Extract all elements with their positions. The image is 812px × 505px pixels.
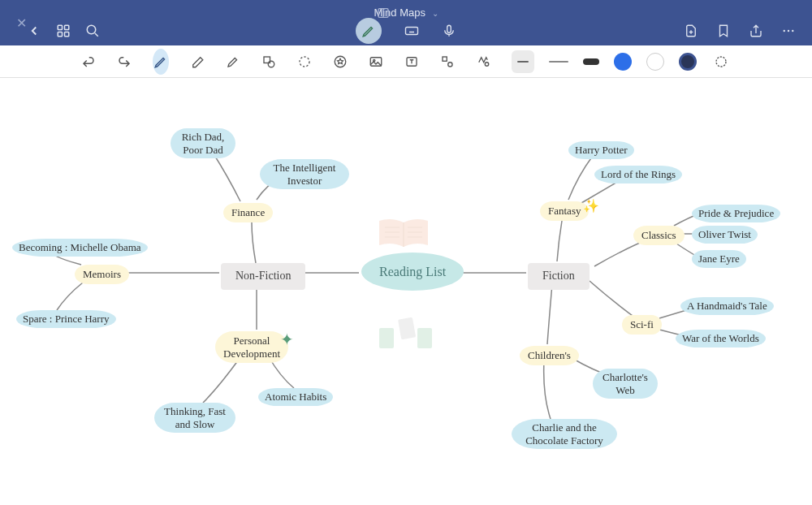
node-label: Memoirs (83, 268, 121, 280)
stroke-weight-selector[interactable] (512, 50, 534, 73)
node-label: Atomic Habits (265, 391, 326, 403)
leaf-spare[interactable]: Spare : Prince Harry (16, 310, 116, 328)
branch-fiction[interactable]: Fiction (528, 263, 590, 290)
eraser-icon[interactable] (190, 52, 205, 71)
connectors (0, 78, 812, 505)
node-label: Rich Dad, Poor Dad (182, 131, 225, 156)
node-label: Personal Development (223, 335, 280, 360)
node-label: Fantasy (548, 205, 581, 217)
microphone-icon[interactable] (442, 24, 456, 38)
grid-icon[interactable] (56, 24, 71, 38)
svg-point-20 (485, 62, 489, 66)
node-childrens[interactable]: Children's (520, 346, 579, 365)
leaf-becoming[interactable]: Becoming : Michelle Obama (12, 239, 148, 257)
root-label: Reading List (379, 265, 446, 278)
branch-nonfiction[interactable]: Non-Fiction (221, 263, 305, 290)
node-label: Sci-fi (630, 318, 654, 330)
node-label: Thinking, Fast and Slow (164, 405, 226, 430)
node-label: Classics (641, 229, 676, 241)
node-label: Oliver Twist (698, 228, 751, 240)
share-icon[interactable] (749, 24, 763, 38)
node-fantasy[interactable]: Fantasy (540, 201, 589, 221)
stroke-thin[interactable] (549, 61, 568, 63)
leaf-charlie[interactable]: Charlie and the Chocolate Factory (512, 419, 617, 449)
leaf-rich-dad[interactable]: Rich Dad, Poor Dad (171, 128, 235, 158)
svg-rect-1 (58, 25, 62, 29)
svg-point-21 (716, 57, 726, 67)
node-label: Children's (528, 349, 571, 361)
leaf-pride[interactable]: Pride & Prejudice (692, 205, 780, 222)
svg-point-13 (300, 57, 309, 67)
sparkle-icon: ✨ (583, 198, 599, 214)
node-label: Harry Potter (575, 144, 628, 156)
mindmap-canvas[interactable]: Reading List Non-Fiction Fiction Finance… (0, 78, 812, 505)
svg-rect-4 (65, 32, 69, 37)
leaf-oliver[interactable]: Oliver Twist (692, 226, 758, 244)
leaf-handmaid[interactable]: A Handmaid's Tale (680, 297, 774, 315)
leaf-thinking[interactable]: Thinking, Fast and Slow (154, 403, 235, 433)
svg-point-9 (788, 30, 789, 32)
svg-rect-3 (58, 32, 62, 37)
redo-icon[interactable] (117, 52, 132, 71)
node-label: Charlotte's Web (603, 371, 648, 396)
node-scifi[interactable]: Sci-fi (622, 315, 662, 335)
image-icon[interactable] (369, 52, 383, 71)
undo-icon[interactable] (81, 52, 96, 71)
shape-tool-icon[interactable] (261, 52, 276, 71)
svg-point-8 (784, 30, 785, 32)
node-label: A Handmaid's Tale (687, 300, 767, 312)
leaf-charlotte[interactable]: Charlotte's Web (593, 369, 658, 399)
keyboard-icon[interactable] (404, 24, 419, 38)
tape-icon[interactable] (476, 52, 490, 71)
text-icon[interactable] (404, 52, 419, 71)
color-navy-selected[interactable] (679, 53, 697, 71)
toolbar-right (512, 50, 731, 73)
node-classics[interactable]: Classics (633, 226, 685, 245)
node-label: Pride & Prejudice (698, 207, 774, 219)
leaf-lotr[interactable]: Lord of the Rings (594, 166, 682, 183)
leaf-jane[interactable]: Jane Eyre (692, 250, 746, 268)
search-icon[interactable] (85, 24, 100, 38)
leaf-wotw[interactable]: War of the Worlds (676, 330, 766, 347)
svg-point-12 (268, 61, 274, 67)
draw-mode-icon[interactable] (356, 18, 382, 44)
node-label: Becoming : Michelle Obama (19, 241, 141, 253)
node-label: Lord of the Rings (601, 168, 676, 180)
elements-icon[interactable] (440, 52, 455, 71)
favorite-tool-icon[interactable] (333, 52, 348, 71)
stroke-thick[interactable] (583, 58, 599, 65)
node-label: Jane Eyre (698, 252, 740, 265)
close-icon[interactable]: ✕ (16, 15, 27, 31)
leaf-harry-potter[interactable]: Harry Potter (568, 141, 634, 159)
more-icon[interactable] (781, 24, 796, 38)
leaf-intelligent-investor[interactable]: The Intelligent Investor (260, 159, 349, 189)
pen-tool-icon[interactable] (153, 49, 169, 75)
svg-rect-18 (443, 57, 447, 61)
node-label: Non-Fiction (235, 270, 291, 282)
svg-point-5 (87, 25, 96, 34)
node-label: Spare : Prince Harry (23, 313, 110, 325)
star-icon: ✦ (280, 330, 294, 349)
node-label: Finance (231, 206, 265, 218)
node-finance[interactable]: Finance (223, 203, 273, 222)
root-node[interactable]: Reading List (361, 252, 464, 291)
node-personal-dev[interactable]: Personal Development (215, 331, 288, 363)
svg-point-10 (792, 30, 793, 32)
svg-rect-19 (448, 62, 452, 66)
highlighter-icon[interactable] (226, 52, 240, 71)
color-picker-icon[interactable] (711, 52, 731, 71)
svg-rect-6 (406, 28, 418, 35)
lasso-icon[interactable] (297, 52, 312, 71)
bookmark-icon[interactable] (716, 24, 731, 38)
drawing-toolbar (0, 45, 812, 78)
node-memoirs[interactable]: Memoirs (75, 265, 129, 284)
chevron-down-icon: ⌄ (432, 9, 438, 18)
color-white[interactable] (646, 53, 664, 71)
node-label: The Intelligent Investor (274, 162, 336, 187)
color-blue[interactable] (614, 53, 632, 71)
add-page-icon[interactable] (684, 24, 698, 38)
node-label: Charlie and the Chocolate Factory (525, 421, 603, 447)
svg-rect-2 (65, 25, 69, 29)
back-icon[interactable] (27, 24, 41, 38)
leaf-atomic[interactable]: Atomic Habits (258, 388, 333, 406)
